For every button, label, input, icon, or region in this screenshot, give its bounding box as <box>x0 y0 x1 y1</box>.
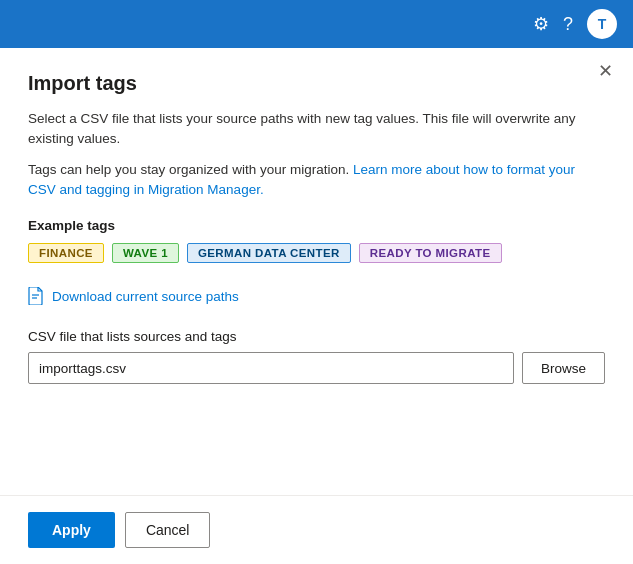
dialog-content: Import tags Select a CSV file that lists… <box>0 48 633 495</box>
apply-button[interactable]: Apply <box>28 512 115 548</box>
csv-file-input[interactable] <box>28 352 514 384</box>
close-button[interactable]: ✕ <box>594 60 617 82</box>
tag-german-data-center: GERMAN DATA CENTER <box>187 243 351 263</box>
cancel-button[interactable]: Cancel <box>125 512 211 548</box>
tags-row: FINANCE WAVE 1 GERMAN DATA CENTER READY … <box>28 243 605 263</box>
help-icon[interactable]: ? <box>563 14 573 35</box>
tag-wave1: WAVE 1 <box>112 243 179 263</box>
settings-icon[interactable]: ⚙ <box>533 13 549 35</box>
download-file-icon <box>28 287 44 305</box>
dialog-title: Import tags <box>28 72 605 95</box>
download-link[interactable]: Download current source paths <box>52 289 239 304</box>
top-bar: ⚙ ? T <box>0 0 633 48</box>
download-row: Download current source paths <box>28 283 605 309</box>
file-input-row: Browse <box>28 352 605 384</box>
dialog-footer: Apply Cancel <box>0 495 633 564</box>
example-tags-label: Example tags <box>28 218 605 233</box>
tag-ready-to-migrate: READY TO MIGRATE <box>359 243 502 263</box>
tags-link-row: Tags can help you stay organized with yo… <box>28 160 605 201</box>
browse-button[interactable]: Browse <box>522 352 605 384</box>
tag-finance: FINANCE <box>28 243 104 263</box>
description-text: Select a CSV file that lists your source… <box>28 109 605 150</box>
csv-label: CSV file that lists sources and tags <box>28 329 605 344</box>
avatar[interactable]: T <box>587 9 617 39</box>
tags-intro-text: Tags can help you stay organized with yo… <box>28 162 349 177</box>
import-tags-dialog: ✕ Import tags Select a CSV file that lis… <box>0 48 633 564</box>
